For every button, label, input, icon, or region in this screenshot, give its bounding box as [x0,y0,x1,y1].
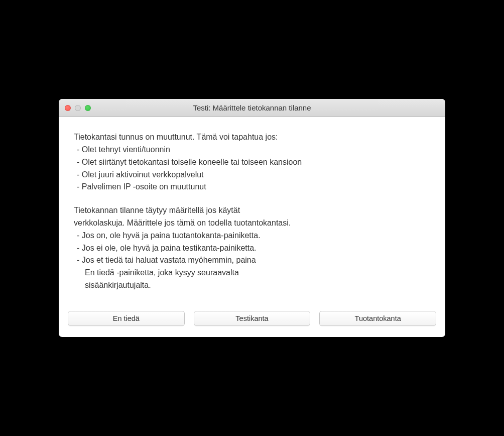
dialog-window: Testi: Määrittele tietokannan tilanne Ti… [59,99,445,337]
bullet-item: - Olet siirtänyt tietokantasi toiselle k… [74,156,430,169]
titlebar[interactable]: Testi: Määrittele tietokannan tilanne [59,99,445,117]
production-db-button[interactable]: Tuotantokanta [319,311,436,326]
paragraph-2: Tietokannan tilanne täytyy määritellä jo… [74,204,430,292]
bullet-item: - Jos et tiedä tai haluat vastata myöhem… [74,254,430,267]
bullet-item: - Olet juuri aktivoinut verkkopalvelut [74,169,430,181]
intro-text-1: Tietokantasi tunnus on muuttunut. Tämä v… [74,131,430,144]
test-db-button[interactable]: Testikanta [194,311,311,326]
close-icon[interactable] [65,105,71,111]
dialog-content: Tietokantasi tunnus on muuttunut. Tämä v… [59,117,445,302]
minimize-icon [75,105,81,111]
paragraph-1: Tietokantasi tunnus on muuttunut. Tämä v… [74,131,430,193]
bullet-item: - Palvelimen IP -osoite on muuttunut [74,181,430,193]
intro-text-2a: Tietokannan tilanne täytyy määritellä jo… [74,204,430,217]
button-row: En tiedä Testikanta Tuotantokanta [59,302,445,337]
traffic-lights [59,105,91,111]
bullet-item: - Jos on, ole hyvä ja paina tuotantokant… [74,230,430,242]
dont-know-button[interactable]: En tiedä [68,311,185,326]
maximize-icon[interactable] [85,105,91,111]
bullet-item: - Olet tehnyt vienti/tuonnin [74,144,430,156]
bullet-item: - Jos ei ole, ole hyvä ja paina testikan… [74,242,430,255]
sub-line: sisäänkirjautujalta. [74,279,430,292]
sub-line: En tiedä -painiketta, joka kysyy seuraav… [74,267,430,279]
intro-text-2b: verkkolaskuja. Määrittele jos tämä on to… [74,217,430,230]
window-title: Testi: Määrittele tietokannan tilanne [59,103,445,112]
